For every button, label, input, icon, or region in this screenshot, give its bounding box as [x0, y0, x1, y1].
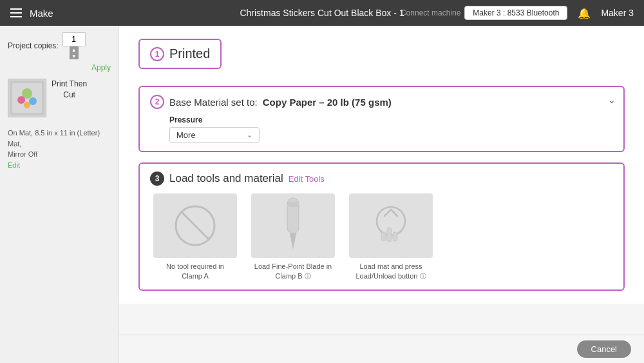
svg-line-7 [181, 211, 209, 240]
sidebar-item-label: Print Then Cut [52, 79, 87, 101]
copies-arrows: ▲ ▼ [70, 46, 79, 59]
copies-down-button[interactable]: ▼ [70, 53, 79, 59]
step3-circle: 3 [150, 172, 164, 186]
main-content: 1 Printed 2 Base Material set to: Copy P… [119, 26, 644, 304]
load-mat-desc: Load mat and pressLoad/Unload button ⓘ [355, 262, 426, 282]
step1-box: 1 Printed [138, 39, 222, 69]
svg-rect-14 [393, 232, 397, 241]
sidebar-print-item: Print Then Cut [8, 79, 111, 117]
main-layout: Project copies: ▲ ▼ Apply [0, 26, 644, 363]
step1-circle: 1 [150, 47, 164, 61]
step2-title-prefix: Base Material set to: [169, 97, 258, 108]
fine-point-blade-desc: Load Fine-Point Blade inClamp B ⓘ [254, 262, 332, 282]
load-mat-image [349, 193, 433, 258]
make-label: Make [30, 8, 53, 19]
app-header: Make Christmas Stickers Cut Out Black Bo… [0, 0, 644, 26]
sidebar-thumbnail [8, 79, 46, 117]
sidebar-item-info: Print Then Cut [52, 79, 87, 101]
meta-line2: Mirror Off [8, 150, 37, 158]
no-tool-image [153, 193, 237, 258]
fine-point-blade-card: Load Fine-Point Blade inClamp B ⓘ [248, 193, 338, 282]
pressure-section: Pressure More ⌄ [150, 115, 613, 143]
bottom-bar: Cancel [119, 335, 644, 363]
load-mat-card: Load mat and pressLoad/Unload button ⓘ [346, 193, 436, 282]
machine-badge[interactable]: Maker 3 : 8533 Bluetooth [464, 6, 567, 20]
step2-material: Copy Paper – 20 lb (75 gsm) [263, 97, 392, 108]
tools-row: No tool required inClamp A Load Fine-Poi… [150, 193, 613, 282]
pressure-label: Pressure [169, 115, 613, 124]
machine-label: Maker 3 [601, 8, 634, 18]
svg-point-5 [24, 102, 30, 108]
copies-input[interactable] [62, 32, 86, 46]
edit-link[interactable]: Edit [8, 161, 20, 169]
header-title: Christmas Stickers Cut Out Black Box - 1 [240, 8, 404, 18]
step2-chevron-icon[interactable]: ⌄ [608, 95, 616, 105]
step3-box: 3 Load tools and material Edit Tools [138, 162, 625, 291]
copies-up-button[interactable]: ▲ [70, 46, 79, 53]
step2-box: 2 Base Material set to: Copy Paper – 20 … [138, 86, 625, 152]
header-right: Connect machine Maker 3 : 8533 Bluetooth… [401, 6, 634, 20]
project-copies-row: Project copies: ▲ ▼ [8, 32, 111, 59]
svg-marker-9 [290, 233, 296, 250]
menu-icon[interactable] [10, 8, 22, 17]
fine-point-blade-image [251, 193, 335, 258]
pressure-value: More [176, 130, 244, 140]
step2-header: 2 Base Material set to: Copy Paper – 20 … [150, 95, 613, 109]
main-wrap: 1 Printed 2 Base Material set to: Copy P… [119, 26, 644, 363]
project-copies-label: Project copies: [8, 41, 59, 50]
edit-tools-link[interactable]: Edit Tools [289, 174, 325, 184]
cancel-button[interactable]: Cancel [577, 340, 631, 358]
svg-rect-12 [387, 228, 392, 242]
svg-point-3 [17, 96, 25, 104]
meta-line1: On Mat, 8.5 in x 11 in (Letter) Mat, [8, 129, 100, 148]
pressure-chevron-icon: ⌄ [247, 131, 252, 139]
svg-point-4 [29, 97, 37, 105]
step3-label: Load tools and material [169, 172, 283, 185]
step3-header: 3 Load tools and material Edit Tools [150, 172, 613, 186]
sidebar: Project copies: ▲ ▼ Apply [0, 26, 119, 363]
connect-machine-area: Connect machine Maker 3 : 8533 Bluetooth [401, 6, 567, 20]
connect-machine-label: Connect machine [401, 8, 460, 17]
svg-rect-10 [288, 202, 298, 207]
pressure-select[interactable]: More ⌄ [169, 127, 260, 143]
step2-circle: 2 [150, 95, 164, 109]
copies-input-wrap: ▲ ▼ [62, 32, 86, 59]
bell-icon[interactable]: 🔔 [578, 7, 591, 19]
sidebar-meta: On Mat, 8.5 in x 11 in (Letter) Mat, Mir… [8, 128, 111, 170]
apply-button[interactable]: Apply [8, 63, 111, 72]
no-tool-desc: No tool required inClamp A [166, 262, 224, 282]
no-tool-card: No tool required inClamp A [150, 193, 240, 282]
step1-label: Printed [169, 46, 210, 61]
svg-rect-13 [381, 232, 386, 241]
